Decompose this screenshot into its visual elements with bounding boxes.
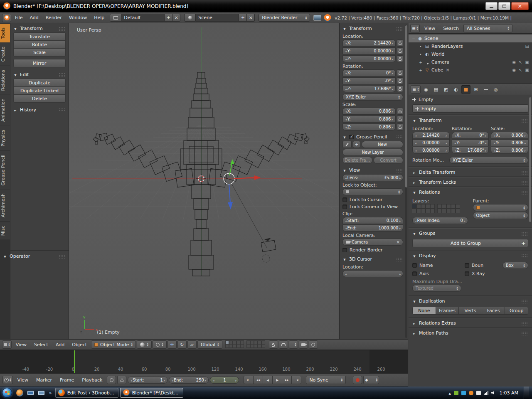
scene-browse-icon[interactable]	[184, 14, 196, 22]
increment-icon[interactable]	[164, 378, 165, 382]
prev-keyframe-button[interactable]	[253, 376, 263, 384]
expand-icon[interactable]: +	[419, 68, 423, 72]
decrement-icon[interactable]	[345, 41, 347, 45]
panel-header-motion-paths[interactable]: Motion Paths	[412, 329, 528, 337]
increment-icon[interactable]	[399, 175, 401, 180]
tray-app-icon-blue[interactable]	[461, 391, 466, 395]
panel-grip-icon[interactable]	[59, 27, 66, 31]
taskbar-firefox-window[interactable]: Edit Post ‹ 3Dnoobs ...	[55, 388, 118, 398]
timeline-editor[interactable]: -40 -20 0 20 40 60 80 100 120 140 160 18…	[0, 350, 408, 373]
panel-grip-icon[interactable]	[59, 73, 66, 77]
new-layer-button[interactable]: New Layer	[342, 149, 403, 156]
lock-icon[interactable]	[397, 116, 403, 123]
decrement-icon[interactable]	[345, 49, 347, 53]
increment-icon[interactable]	[205, 378, 207, 382]
lock-time-icon[interactable]	[117, 376, 126, 384]
increment-icon[interactable]	[235, 378, 237, 382]
toolshelf-tab-relations[interactable]: Relations	[0, 66, 10, 95]
toolshelf-tab-tools[interactable]: Tools	[0, 24, 10, 42]
decrement-icon[interactable]	[454, 133, 456, 138]
panel-header-transform-locks[interactable]: Transform Locks	[412, 178, 528, 186]
increment-icon[interactable]	[392, 71, 393, 75]
grease-pencil-new-button[interactable]: New	[362, 141, 403, 148]
lock-icon[interactable]	[397, 69, 403, 76]
tab-render-icon[interactable]: ◉	[421, 85, 431, 94]
collapse-icon[interactable]: −	[411, 37, 416, 41]
panel-grip-icon[interactable]	[59, 254, 66, 259]
menu-marker[interactable]: Marker	[33, 376, 55, 384]
editor-type-info-icon[interactable]	[2, 14, 11, 22]
menu-playback[interactable]: Playback	[79, 376, 106, 384]
clip-start-field[interactable]: Start:0.100	[342, 217, 403, 224]
increment-icon[interactable]	[446, 140, 447, 145]
decrement-icon[interactable]	[345, 86, 347, 91]
duplicate-button[interactable]: Duplicate	[13, 79, 66, 87]
rotation-z-field[interactable]: Z:17.686°	[452, 147, 489, 154]
pass-index-field[interactable]: Pass Index:0	[412, 217, 468, 224]
editor-type-timeline-icon[interactable]	[2, 376, 13, 384]
rotation-mode-select[interactable]: XYZ Euler	[342, 94, 403, 101]
scrollbar-thumb[interactable]	[405, 25, 407, 187]
scale-y-field[interactable]: Y:0.806	[342, 116, 396, 123]
frame-start-field[interactable]: Start:1	[128, 377, 167, 384]
increment-icon[interactable]	[399, 271, 401, 276]
scene-name-field[interactable]: Scene	[196, 14, 239, 22]
decrement-icon[interactable]	[212, 378, 214, 382]
increment-icon[interactable]	[524, 148, 526, 153]
expand-icon[interactable]: +	[419, 60, 423, 64]
visibility-eye-icon[interactable]	[512, 68, 516, 72]
decrement-icon[interactable]	[415, 133, 416, 138]
panel-header-relations[interactable]: Relations	[412, 188, 528, 196]
quicklaunch-media-player-icon[interactable]	[15, 388, 24, 398]
parent-object-field[interactable]	[473, 204, 529, 211]
network-icon[interactable]	[484, 391, 488, 395]
scale-y-field[interactable]: Y:0.806	[491, 139, 528, 146]
expand-icon[interactable]: •	[419, 44, 423, 49]
translate-button[interactable]: Translate	[13, 32, 66, 41]
maximize-button[interactable]	[498, 2, 510, 10]
increment-icon[interactable]	[399, 226, 401, 230]
increment-icon[interactable]	[399, 218, 401, 223]
toolshelf-tab-physics[interactable]: Physics	[0, 126, 10, 150]
toolshelf-tab-archimesh[interactable]: Archimesh	[0, 190, 10, 221]
panel-header-delta-transform[interactable]: Delta Transform	[412, 168, 528, 176]
decrement-icon[interactable]	[493, 140, 495, 145]
decrement-icon[interactable]	[130, 378, 132, 382]
draw-type-select[interactable]: Textured	[412, 285, 461, 292]
menu-render[interactable]: Render	[42, 14, 65, 22]
decrement-icon[interactable]	[454, 140, 456, 145]
panel-grip-icon[interactable]	[521, 232, 528, 236]
lock-icon[interactable]	[397, 108, 403, 115]
editor-type-3dview-icon[interactable]	[2, 340, 12, 349]
rotation-x-field[interactable]: X:0°	[342, 69, 396, 76]
panel-grip-icon[interactable]	[521, 118, 528, 123]
viewport-3d[interactable]: y x z User Persp (1) Empty	[69, 23, 339, 339]
rotation-z-field[interactable]: Z:17.686°	[342, 85, 396, 92]
tab-render-layers-icon[interactable]: ▤	[431, 85, 441, 94]
rotate-button[interactable]: Rotate	[13, 40, 66, 49]
panel-header-duplication[interactable]: Duplication	[412, 297, 528, 305]
decrement-icon[interactable]	[345, 71, 347, 75]
layers-widget[interactable]	[412, 204, 468, 214]
panel-header-grease-pencil[interactable]: Grease Pencil	[342, 133, 403, 141]
panel-grip-icon[interactable]	[396, 27, 403, 31]
start-button[interactable]	[1, 387, 13, 398]
dup-frames-button[interactable]: Frames	[436, 307, 459, 315]
jump-to-start-button[interactable]	[244, 376, 254, 384]
visibility-eye-icon[interactable]	[512, 60, 516, 64]
panel-header-transform[interactable]: Transform	[13, 25, 66, 32]
lock-camera-checkbox[interactable]	[342, 204, 347, 209]
increment-icon[interactable]	[485, 148, 487, 153]
decrement-icon[interactable]	[171, 378, 173, 382]
opengl-render-icon[interactable]	[299, 340, 308, 349]
panel-grip-icon[interactable]	[396, 135, 403, 139]
tab-data-icon[interactable]	[481, 85, 490, 94]
delete-frame-button[interactable]: Delete Fra...	[342, 157, 372, 164]
decrement-icon[interactable]	[345, 117, 347, 121]
decrement-icon[interactable]	[345, 57, 347, 61]
selectability-icon[interactable]	[519, 68, 522, 72]
lock-to-object-field[interactable]	[342, 188, 403, 195]
screen-layout-browse-icon[interactable]	[110, 14, 121, 22]
expand-icon[interactable]: •	[419, 52, 423, 57]
decrement-icon[interactable]	[415, 218, 416, 223]
